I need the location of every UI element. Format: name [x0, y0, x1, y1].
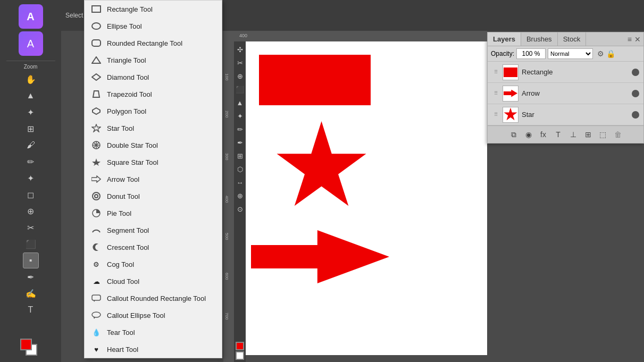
dropdown-item-polygon-tool[interactable]: Polygon Tool	[85, 103, 222, 120]
add-pixel-btn[interactable]: ⬚	[597, 128, 609, 141]
square-star-tool-icon	[91, 157, 102, 167]
cloud-tool-icon: ☁	[91, 276, 102, 287]
canvas-tool-9[interactable]: ⊞	[234, 150, 246, 162]
arrow-tool-icon	[91, 174, 102, 184]
tab-stock[interactable]: Stock	[558, 32, 587, 46]
layer-item-star[interactable]: ⠿ Star	[488, 104, 643, 125]
mask-layer-btn[interactable]: ◉	[522, 128, 535, 141]
layers-lock-icon[interactable]: 🔒	[606, 49, 615, 58]
fill-tool-btn[interactable]: ⬛	[23, 236, 39, 252]
text-style-layer-btn[interactable]: T	[552, 128, 565, 141]
canvas-tool-8[interactable]: ✒	[234, 137, 246, 148]
pointer-tool-btn[interactable]: ▲	[23, 88, 39, 104]
transform-tool-btn[interactable]: ⊞	[23, 121, 39, 137]
layer-visibility-star[interactable]	[632, 111, 639, 119]
dropdown-item-rounded-rectangle-tool[interactable]: Rounded Rectangle Tool	[85, 35, 222, 52]
canvas-tool-3[interactable]: ⊕	[234, 70, 246, 82]
canvas-tool-6[interactable]: ✦	[234, 110, 246, 122]
ruler-vertical: 100 200 300 400 500 600 700	[223, 31, 234, 362]
tab-layers[interactable]: Layers	[488, 32, 521, 46]
svg-point-15	[93, 192, 100, 200]
dropdown-item-double-star-tool[interactable]: Double Star Tool	[85, 137, 222, 154]
add-group-btn[interactable]: ⊞	[582, 128, 595, 141]
dropdown-item-crescent-tool[interactable]: Crescent Tool	[85, 239, 222, 256]
canvas-tool-12[interactable]: ⊕	[234, 190, 246, 201]
canvas-fg-swatch[interactable]	[236, 342, 244, 350]
layer-item-rectangle[interactable]: ⠿ Rectangle	[488, 62, 643, 83]
crop-tool-btn[interactable]: ⊕	[23, 203, 39, 219]
paint-tool-btn[interactable]: 🖌	[23, 137, 39, 153]
triangle-tool-label: Triangle Tool	[107, 56, 215, 64]
dropdown-item-pie-tool[interactable]: Pie Tool	[85, 205, 222, 222]
layer-name-star: Star	[522, 111, 629, 119]
app-logo[interactable]: A	[19, 4, 43, 29]
canvas-tool-11[interactable]: ↔	[234, 176, 246, 188]
layers-menu-icon[interactable]: ≡	[628, 35, 632, 44]
layers-settings-icon[interactable]: ⚙	[597, 49, 604, 58]
dropdown-item-arrow-tool[interactable]: Arrow Tool	[85, 171, 222, 188]
dropdown-item-trapezoid-tool[interactable]: Trapezoid Tool	[85, 86, 222, 103]
delete-layer-btn[interactable]: 🗑	[612, 128, 624, 141]
tab-brushes[interactable]: Brushes	[521, 32, 558, 46]
canvas-tool-10[interactable]: ⬡	[234, 163, 246, 175]
dropdown-item-star-tool[interactable]: Star Tool	[85, 120, 222, 137]
calligraphy-tool-btn[interactable]: ✍	[23, 285, 39, 301]
crescent-tool-label: Crescent Tool	[107, 243, 215, 251]
canvas-tool-13[interactable]: ⊙	[234, 203, 246, 215]
dropdown-item-donut-tool[interactable]: Donut Tool	[85, 188, 222, 205]
opacity-input[interactable]	[516, 48, 546, 59]
text-tool-btn[interactable]: T	[23, 302, 39, 318]
canvas-tool-5[interactable]: ▲	[234, 97, 246, 108]
dropdown-item-segment-tool[interactable]: Segment Tool	[85, 222, 222, 239]
dropdown-item-callout-ellipse-tool[interactable]: Callout Ellipse Tool	[85, 307, 222, 324]
eraser-tool-btn[interactable]: ◻	[23, 187, 39, 203]
cloud-tool-label: Cloud Tool	[107, 277, 215, 285]
arrow-tool-label: Arrow Tool	[107, 175, 215, 183]
dropdown-item-triangle-tool[interactable]: Triangle Tool	[85, 52, 222, 69]
layers-bottom-bar: ⧉ ◉ fx T ⊥ ⊞ ⬚ 🗑	[488, 125, 643, 143]
layer-visibility-arrow[interactable]	[632, 90, 639, 97]
dropdown-item-diamond-tool[interactable]: Diamond Tool	[85, 69, 222, 86]
trapezoid-tool-icon	[91, 89, 102, 99]
app-icon-2[interactable]: A	[19, 31, 43, 56]
dropdown-item-tear-tool[interactable]: 💧 Tear Tool	[85, 324, 222, 341]
fx-layer-btn[interactable]: fx	[537, 128, 550, 141]
rectangle-tool-label: Rectangle Tool	[107, 5, 215, 13]
thumbnail-arrow	[503, 86, 518, 102]
pixel-tool-btn[interactable]: ✏	[23, 154, 39, 170]
double-star-tool-icon	[91, 140, 102, 150]
blend-mode-select[interactable]: Normal Multiply Screen	[548, 48, 593, 59]
cog-tool-icon: ⚙	[91, 259, 102, 270]
canvas-tool-4[interactable]: ⬛	[234, 83, 246, 95]
svg-marker-6	[93, 108, 100, 114]
dropdown-item-heart-tool[interactable]: ♥ Heart Tool	[85, 341, 222, 358]
node-tool-btn[interactable]: ✦	[23, 104, 39, 120]
canvas-bg-swatch[interactable]	[236, 351, 244, 360]
canvas-tool-2[interactable]: ✂	[234, 57, 246, 69]
pie-tool-icon	[91, 208, 102, 218]
canvas-document[interactable]	[246, 41, 487, 355]
square-star-tool-label: Square Star Tool	[107, 158, 215, 166]
slice-tool-btn[interactable]: ✂	[23, 220, 39, 235]
layers-close-icon[interactable]: ✕	[634, 35, 641, 44]
donut-tool-label: Donut Tool	[107, 192, 215, 200]
dropdown-item-cloud-tool[interactable]: ☁ Cloud Tool	[85, 273, 222, 290]
dropdown-item-square-star-tool[interactable]: Square Star Tool	[85, 154, 222, 171]
svg-point-1	[92, 23, 101, 29]
layer-item-arrow[interactable]: ⠿ Arrow	[488, 83, 643, 104]
dropdown-item-cog-tool[interactable]: ⚙ Cog Tool	[85, 256, 222, 273]
foreground-color[interactable]	[20, 339, 32, 350]
canvas-tool-7[interactable]: ✏	[234, 123, 246, 135]
duplicate-layer-btn[interactable]: ⧉	[507, 128, 520, 141]
inpaint-tool-btn[interactable]: ✦	[23, 170, 39, 186]
pen-tool-btn[interactable]: ✒	[23, 269, 39, 285]
dropdown-item-ellipse-tool[interactable]: Ellipse Tool	[85, 18, 222, 35]
canvas-tool-1[interactable]: ✣	[234, 44, 246, 55]
shape-tool-btn[interactable]: ▪	[23, 252, 39, 268]
tear-tool-label: Tear Tool	[107, 329, 215, 336]
dropdown-item-callout-rounded-rectangle-tool[interactable]: Callout Rounded Rectangle Tool	[85, 290, 222, 307]
dropdown-item-rectangle-tool[interactable]: Rectangle Tool	[85, 1, 222, 18]
anchor-layer-btn[interactable]: ⊥	[567, 128, 580, 141]
layer-visibility-rectangle[interactable]	[632, 69, 639, 76]
hand-tool-btn[interactable]: ✋	[23, 71, 39, 87]
